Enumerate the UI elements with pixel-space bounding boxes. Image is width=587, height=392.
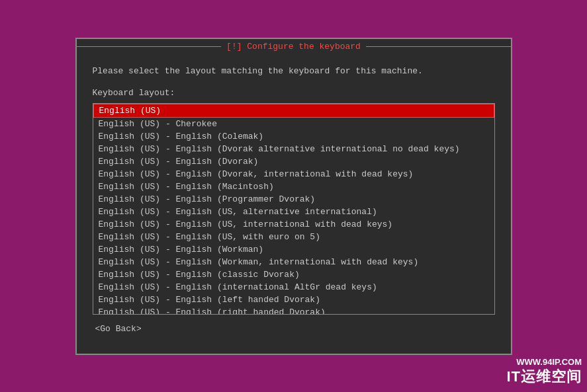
list-item[interactable]: English (US) - English (Dvorak alternati… <box>93 143 494 155</box>
list-item[interactable]: English (US) - English (Dvorak, internat… <box>93 168 494 180</box>
dialog-content: Please select the layout matching the ke… <box>77 54 511 346</box>
list-item[interactable]: English (US) - English (classic Dvorak) <box>93 268 494 281</box>
list-item[interactable]: English (US) - English (Programmer Dvora… <box>93 193 494 206</box>
list-item[interactable]: English (US) - English (US, with euro on… <box>93 231 494 243</box>
list-item[interactable]: English (US) - English (international Al… <box>93 281 494 294</box>
list-item[interactable]: English (US) - English (Colemak) <box>93 130 494 143</box>
dialog-title: [!] Configure the keyboard <box>221 42 366 52</box>
list-item[interactable]: English (US) - English (right handed Dvo… <box>93 306 494 315</box>
watermark: WWW.94IP.COM IT运维空间 <box>506 357 582 387</box>
list-item[interactable]: English (US) <box>93 104 494 118</box>
list-item[interactable]: English (US) - Cherokee <box>93 118 494 130</box>
dialog-box: [!] Configure the keyboard Please select… <box>75 38 512 355</box>
list-item[interactable]: English (US) - English (US, internationa… <box>93 218 494 231</box>
list-item[interactable]: English (US) - English (Dvorak) <box>93 155 494 168</box>
list-item[interactable]: English (US) - English (left handed Dvor… <box>93 294 494 306</box>
list-item[interactable]: English (US) - English (Workman, interna… <box>93 256 494 268</box>
watermark-brand: IT运维空间 <box>506 367 582 387</box>
description-text: Please select the layout matching the ke… <box>93 65 495 78</box>
title-bar: [!] Configure the keyboard <box>77 39 511 54</box>
go-back-button[interactable]: <Go Back> <box>93 323 144 335</box>
title-bar-line-right <box>366 46 511 47</box>
title-bar-line-left <box>77 46 222 47</box>
keyboard-layout-list[interactable]: English (US)English (US) - CherokeeEngli… <box>93 103 495 315</box>
list-item[interactable]: English (US) - English (US, alternative … <box>93 206 494 218</box>
list-item[interactable]: English (US) - English (Workman) <box>93 243 494 256</box>
list-item[interactable]: English (US) - English (Macintosh) <box>93 180 494 193</box>
watermark-url: WWW.94IP.COM <box>506 357 582 367</box>
section-label: Keyboard layout: <box>93 88 495 98</box>
